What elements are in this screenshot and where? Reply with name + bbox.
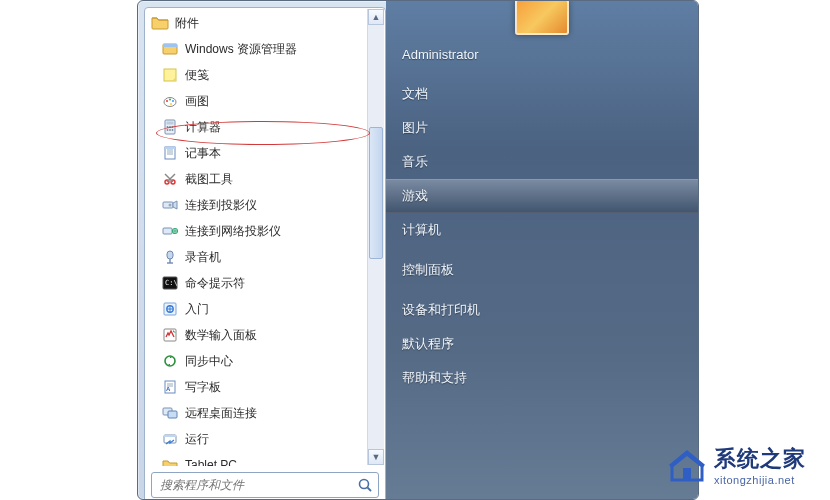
program-label: 连接到投影仪 xyxy=(185,197,363,214)
svg-text:C:\_: C:\_ xyxy=(165,279,178,287)
right-item-music[interactable]: 音乐 xyxy=(386,145,698,179)
programs-scroll-area: 附件 Windows 资源管理器便笺画图计算器记事本截图工具连接到投影仪连接到网… xyxy=(145,8,385,466)
program-item-welcome[interactable]: 入门 xyxy=(149,296,367,322)
program-item-explorer[interactable]: Windows 资源管理器 xyxy=(149,36,367,62)
search-icon[interactable] xyxy=(356,476,374,494)
svg-point-5 xyxy=(169,99,171,101)
program-label: 画图 xyxy=(185,93,363,110)
scrollbar[interactable]: ▲ ▼ xyxy=(367,9,384,465)
right-item-computer[interactable]: 计算机 xyxy=(386,213,698,247)
program-label: 入门 xyxy=(185,301,363,318)
program-label: 截图工具 xyxy=(185,171,363,188)
program-item-mathinput[interactable]: 数学输入面板 xyxy=(149,322,367,348)
right-item-user[interactable]: Administrator xyxy=(386,37,698,71)
wordpad-icon: A xyxy=(161,378,179,396)
folder-accessories[interactable]: 附件 xyxy=(149,10,367,36)
scroll-up-button[interactable]: ▲ xyxy=(368,9,384,25)
svg-point-4 xyxy=(166,100,168,102)
scroll-track[interactable] xyxy=(368,25,384,449)
svg-text:A: A xyxy=(166,386,171,392)
svg-point-14 xyxy=(169,129,171,131)
rdp-icon xyxy=(161,404,179,422)
program-label: Tablet PC xyxy=(185,458,363,466)
program-item-run[interactable]: 运行 xyxy=(149,426,367,452)
right-pane: Administrator文档图片音乐游戏计算机控制面板设备和打印机默认程序帮助… xyxy=(386,1,698,499)
watermark-title: 系统之家 xyxy=(714,444,806,474)
svg-rect-47 xyxy=(164,435,176,437)
svg-point-6 xyxy=(172,100,174,102)
svg-point-13 xyxy=(167,129,169,131)
svg-rect-29 xyxy=(167,251,173,259)
svg-point-15 xyxy=(172,129,174,131)
calc-icon xyxy=(161,118,179,136)
right-item-control[interactable]: 控制面板 xyxy=(386,253,698,287)
sync-icon xyxy=(161,352,179,370)
right-item-documents[interactable]: 文档 xyxy=(386,77,698,111)
program-label: 运行 xyxy=(185,431,363,448)
explorer-icon xyxy=(161,40,179,58)
program-item-snip[interactable]: 截图工具 xyxy=(149,166,367,192)
svg-point-12 xyxy=(172,126,174,128)
program-item-notepad[interactable]: 记事本 xyxy=(149,140,367,166)
snip-icon xyxy=(161,170,179,188)
svg-rect-45 xyxy=(168,411,177,418)
program-label: 写字板 xyxy=(185,379,363,396)
program-label: Windows 资源管理器 xyxy=(185,41,363,58)
svg-rect-1 xyxy=(163,44,177,47)
welcome-icon xyxy=(161,300,179,318)
program-item-projector[interactable]: 连接到投影仪 xyxy=(149,192,367,218)
projector-icon xyxy=(161,196,179,214)
user-picture[interactable] xyxy=(515,0,569,35)
search-input[interactable] xyxy=(158,477,356,493)
program-item-netproj[interactable]: 连接到网络投影仪 xyxy=(149,218,367,244)
svg-line-49 xyxy=(368,488,372,492)
program-item-rdp[interactable]: 远程桌面连接 xyxy=(149,400,367,426)
program-item-paint[interactable]: 画图 xyxy=(149,88,367,114)
svg-point-11 xyxy=(169,126,171,128)
scroll-thumb[interactable] xyxy=(369,127,383,259)
program-label: 命令提示符 xyxy=(185,275,363,292)
program-label: 同步中心 xyxy=(185,353,363,370)
notepad-icon xyxy=(161,144,179,162)
program-item-tabletpc[interactable]: Tablet PC xyxy=(149,452,367,466)
right-item-defaults[interactable]: 默认程序 xyxy=(386,327,698,361)
program-label: 录音机 xyxy=(185,249,363,266)
svg-point-26 xyxy=(169,204,172,207)
cmd-icon: C:\_ xyxy=(161,274,179,292)
program-item-sync[interactable]: 同步中心 xyxy=(149,348,367,374)
watermark: 系统之家 xitongzhijia.net xyxy=(668,444,806,486)
svg-point-48 xyxy=(360,480,369,489)
scroll-down-button[interactable]: ▼ xyxy=(368,449,384,465)
watermark-logo-icon xyxy=(668,446,706,484)
svg-rect-50 xyxy=(683,468,691,480)
folder-open-icon xyxy=(151,14,169,32)
right-item-devices[interactable]: 设备和打印机 xyxy=(386,293,698,327)
program-label: 便笺 xyxy=(185,67,363,84)
programs-pane: 附件 Windows 资源管理器便笺画图计算器记事本截图工具连接到投影仪连接到网… xyxy=(144,7,386,500)
run-icon xyxy=(161,430,179,448)
svg-rect-20 xyxy=(165,147,175,149)
search-row xyxy=(145,466,385,500)
svg-rect-9 xyxy=(167,122,174,125)
program-label: 数学输入面板 xyxy=(185,327,363,344)
search-box[interactable] xyxy=(151,472,379,498)
program-label: 计算器 xyxy=(185,119,363,136)
program-item-sticky[interactable]: 便笺 xyxy=(149,62,367,88)
program-item-recorder[interactable]: 录音机 xyxy=(149,244,367,270)
program-label: 连接到网络投影仪 xyxy=(185,223,363,240)
math-icon xyxy=(161,326,179,344)
program-item-cmd[interactable]: C:\_命令提示符 xyxy=(149,270,367,296)
sticky-icon xyxy=(161,66,179,84)
right-item-pictures[interactable]: 图片 xyxy=(386,111,698,145)
program-label: 记事本 xyxy=(185,145,363,162)
svg-rect-27 xyxy=(163,228,172,234)
svg-rect-38 xyxy=(164,329,176,341)
program-item-calc[interactable]: 计算器 xyxy=(149,114,367,140)
netproj-icon xyxy=(161,222,179,240)
program-item-wordpad[interactable]: A写字板 xyxy=(149,374,367,400)
right-item-games[interactable]: 游戏 xyxy=(386,179,698,213)
right-item-help[interactable]: 帮助和支持 xyxy=(386,361,698,395)
program-list: 附件 Windows 资源管理器便笺画图计算器记事本截图工具连接到投影仪连接到网… xyxy=(145,8,367,466)
svg-point-10 xyxy=(167,126,169,128)
paint-icon xyxy=(161,92,179,110)
